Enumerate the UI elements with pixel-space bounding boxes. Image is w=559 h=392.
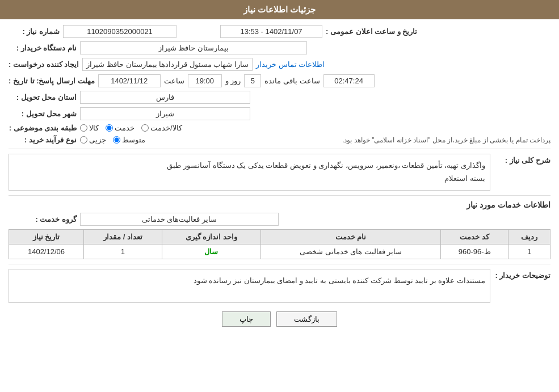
purchase-type-motevaset-label: متوسط [122, 136, 145, 144]
col-quantity: تعداد / مقدار [83, 229, 162, 244]
deadline-time: 19:00 [188, 74, 222, 87]
cell-code: ط-96-960 [441, 244, 508, 259]
cell-name: سایر فعالیت های خدماتی شخصی [260, 244, 440, 259]
services-table: ردیف کد خدمت نام خدمت واحد اندازه گیری ت… [9, 229, 550, 259]
department-value: بیمارستان حافظ شیراز [80, 41, 307, 54]
purchase-type-jozii[interactable]: جزیی [80, 136, 106, 144]
cell-date: 1402/12/06 [9, 244, 84, 259]
announcement-label: تاریخ و ساعت اعلان عمومی : [326, 27, 417, 36]
col-date: تاریخ نیاز [9, 229, 84, 244]
buyer-notes-label: توضیحات خریدار : [494, 269, 550, 280]
services-title: اطلاعات خدمات مورد نیاز [9, 200, 550, 209]
print-button[interactable]: چاپ [222, 311, 271, 327]
category-khedmat-label: خدمت [115, 124, 135, 132]
button-row: بازگشت چاپ [9, 311, 550, 327]
province-value: فارس [80, 91, 250, 104]
category-kala[interactable]: کالا [80, 124, 99, 132]
col-row: ردیف [508, 229, 550, 244]
department-label: نام دستگاه خریدار : [9, 44, 77, 52]
purchase-type-note: پرداخت تمام یا بخشی از مبلغ خرید،از محل … [342, 136, 550, 144]
col-unit: واحد اندازه گیری [162, 229, 260, 244]
col-name: نام خدمت [260, 229, 440, 244]
buyer-notes-text: مستندات علاوه بر تایید توسط شرکت کننده ب… [9, 269, 490, 303]
creator-value: سارا شهاب مسئول قراردادها بیمارستان حافظ… [82, 58, 253, 71]
category-khedmat[interactable]: خدمت [106, 124, 135, 132]
need-number-value: 1102090352000021 [63, 25, 176, 38]
deadline-time-label: ساعت [164, 77, 184, 85]
province-label: استان محل تحویل : [9, 93, 77, 102]
category-label: طبقه بندی موضوعی : [9, 124, 77, 132]
category-kala-khedmat[interactable]: کالا/خدمت [141, 124, 182, 132]
page-title: جزئیات اطلاعات نیاز [0, 0, 559, 19]
deadline-date: 1402/11/12 [98, 74, 161, 87]
cell-row: 1 [508, 244, 550, 259]
deadline-days: 5 [244, 74, 261, 87]
deadline-days-label: روز و [225, 77, 241, 85]
col-code: کد خدمت [441, 229, 508, 244]
city-value: شیراز [80, 107, 250, 120]
description-title: شرح کلی نیاز : [494, 154, 550, 165]
need-number-label: شماره نیاز : [9, 27, 60, 36]
deadline-label: مهلت ارسال پاسخ: تا تاریخ : [9, 77, 95, 85]
category-radio-group: کالا/خدمت خدمت کالا [80, 124, 182, 132]
creator-contact-link[interactable]: اطلاعات تماس خریدار [256, 60, 325, 69]
category-kala-khedmat-label: کالا/خدمت [150, 124, 182, 132]
deadline-remaining-label: ساعت باقی مانده [264, 77, 320, 85]
purchase-type-group: متوسط جزیی [80, 136, 145, 144]
table-row: 1 ط-96-960 سایر فعالیت های خدماتی شخصی س… [9, 244, 550, 259]
cell-quantity: 1 [83, 244, 162, 259]
purchase-type-jozii-label: جزیی [89, 136, 106, 144]
creator-label: ایجاد کننده درخواست : [9, 60, 79, 69]
cell-unit: سال [162, 244, 260, 259]
deadline-remaining: 02:47:24 [323, 74, 375, 87]
description-text: واگذاری تهیه، تأمین قطعات ،ونعمیر، سرویس… [9, 154, 490, 191]
category-kala-label: کالا [89, 124, 99, 132]
service-group-label: گروه خدمت : [9, 215, 77, 224]
city-label: شهر محل تحویل : [9, 109, 77, 118]
announcement-value: 1402/11/07 - 13:53 [220, 25, 322, 38]
purchase-type-label: نوع فرآیند خرید : [9, 136, 77, 144]
service-group-value: سایر فعالیت‌های خدماتی [80, 213, 279, 226]
back-button[interactable]: بازگشت [276, 311, 337, 327]
purchase-type-motevaset[interactable]: متوسط [113, 136, 145, 144]
